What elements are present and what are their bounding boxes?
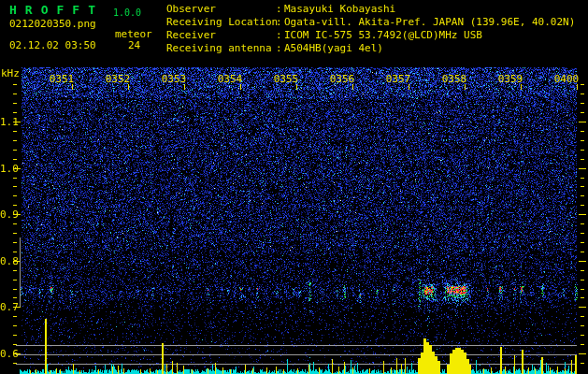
- info-row-antenna: Receiving antenna : A504HB(yagi 4el): [166, 42, 587, 54]
- info-label: Receiving Location: [166, 16, 278, 28]
- app-version: 1.0.0: [113, 7, 141, 19]
- info-separator: :: [276, 42, 282, 54]
- freq-tick-label: 0.6: [0, 348, 14, 360]
- filename: 0212020350.png: [9, 18, 96, 30]
- spectrogram-canvas: [0, 0, 588, 374]
- info-separator: :: [276, 16, 282, 28]
- info-label: Receiving antenna: [166, 42, 272, 54]
- info-separator: :: [276, 3, 282, 15]
- freq-tick-label: 1.1: [0, 116, 14, 128]
- freq-tick-label: 1.0: [0, 163, 14, 175]
- app-title: HROFFT: [9, 4, 104, 16]
- info-value: Masayuki Kobayashi: [284, 3, 395, 15]
- info-value: ICOM IC-575 53.7492(@LCD)MHz USB: [284, 29, 482, 41]
- time-tick-label: 0356: [328, 73, 356, 85]
- time-tick-label: 0359: [496, 73, 524, 85]
- info-row-observer: Observer : Masayuki Kobayashi: [166, 3, 587, 15]
- datetime: 02.12.02 03:50: [9, 39, 96, 51]
- time-tick-label: 0352: [104, 73, 132, 85]
- freq-tick-label: 0.8: [0, 255, 14, 267]
- info-label: Observer: [166, 3, 216, 15]
- info-row-location: Receiving Location : Ogata-vill. Akita-P…: [166, 16, 587, 28]
- info-label: Receiver: [166, 29, 216, 41]
- time-tick-label: 0351: [48, 73, 76, 85]
- info-separator: :: [276, 29, 282, 41]
- freq-tick-label: 0.7: [0, 301, 14, 313]
- echo-count: 24: [128, 39, 140, 51]
- freq-tick-label: 0.9: [0, 209, 14, 221]
- time-tick-label: 0355: [272, 73, 300, 85]
- time-tick-label: 0358: [440, 73, 468, 85]
- time-tick-label: 0400: [552, 73, 581, 85]
- time-tick-label: 0357: [384, 73, 412, 85]
- info-row-receiver: Receiver : ICOM IC-575 53.7492(@LCD)MHz …: [166, 29, 587, 41]
- hrofft-screen: HROFFT 1.0.0 0212020350.png meteor 02.12…: [0, 0, 588, 374]
- time-tick-label: 0354: [216, 73, 244, 85]
- time-tick-label: 0353: [160, 73, 188, 85]
- info-value: A504HB(yagi 4el): [284, 42, 383, 54]
- info-value: Ogata-vill. Akita-Pref. JAPAN (139.96E, …: [284, 16, 575, 28]
- freq-axis-unit: kHz: [1, 67, 20, 79]
